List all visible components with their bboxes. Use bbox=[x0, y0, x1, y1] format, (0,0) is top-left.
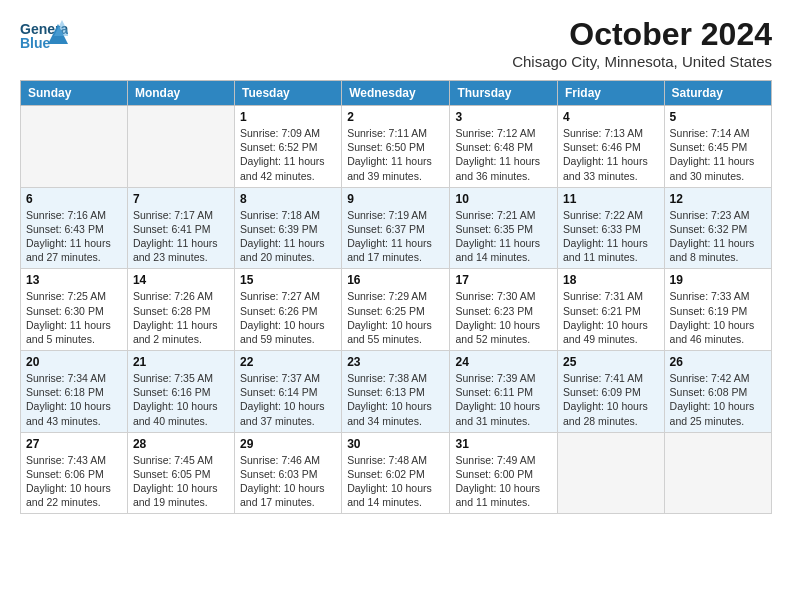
day-number: 7 bbox=[133, 192, 229, 206]
col-monday: Monday bbox=[127, 81, 234, 106]
col-wednesday: Wednesday bbox=[342, 81, 450, 106]
table-row: 5Sunrise: 7:14 AM Sunset: 6:45 PM Daylig… bbox=[664, 106, 771, 188]
day-info: Sunrise: 7:33 AM Sunset: 6:19 PM Dayligh… bbox=[670, 289, 766, 346]
day-info: Sunrise: 7:31 AM Sunset: 6:21 PM Dayligh… bbox=[563, 289, 659, 346]
table-row: 21Sunrise: 7:35 AM Sunset: 6:16 PM Dayli… bbox=[127, 351, 234, 433]
day-info: Sunrise: 7:46 AM Sunset: 6:03 PM Dayligh… bbox=[240, 453, 336, 510]
table-row: 10Sunrise: 7:21 AM Sunset: 6:35 PM Dayli… bbox=[450, 187, 558, 269]
day-info: Sunrise: 7:18 AM Sunset: 6:39 PM Dayligh… bbox=[240, 208, 336, 265]
day-number: 27 bbox=[26, 437, 122, 451]
day-number: 3 bbox=[455, 110, 552, 124]
day-info: Sunrise: 7:38 AM Sunset: 6:13 PM Dayligh… bbox=[347, 371, 444, 428]
day-number: 26 bbox=[670, 355, 766, 369]
day-number: 12 bbox=[670, 192, 766, 206]
day-number: 8 bbox=[240, 192, 336, 206]
day-info: Sunrise: 7:34 AM Sunset: 6:18 PM Dayligh… bbox=[26, 371, 122, 428]
day-info: Sunrise: 7:13 AM Sunset: 6:46 PM Dayligh… bbox=[563, 126, 659, 183]
table-row: 12Sunrise: 7:23 AM Sunset: 6:32 PM Dayli… bbox=[664, 187, 771, 269]
table-row: 31Sunrise: 7:49 AM Sunset: 6:00 PM Dayli… bbox=[450, 432, 558, 514]
subtitle: Chisago City, Minnesota, United States bbox=[512, 53, 772, 70]
table-row: 19Sunrise: 7:33 AM Sunset: 6:19 PM Dayli… bbox=[664, 269, 771, 351]
day-info: Sunrise: 7:16 AM Sunset: 6:43 PM Dayligh… bbox=[26, 208, 122, 265]
calendar-week-row: 20Sunrise: 7:34 AM Sunset: 6:18 PM Dayli… bbox=[21, 351, 772, 433]
day-info: Sunrise: 7:45 AM Sunset: 6:05 PM Dayligh… bbox=[133, 453, 229, 510]
day-info: Sunrise: 7:27 AM Sunset: 6:26 PM Dayligh… bbox=[240, 289, 336, 346]
table-row: 27Sunrise: 7:43 AM Sunset: 6:06 PM Dayli… bbox=[21, 432, 128, 514]
table-row: 6Sunrise: 7:16 AM Sunset: 6:43 PM Daylig… bbox=[21, 187, 128, 269]
table-row: 18Sunrise: 7:31 AM Sunset: 6:21 PM Dayli… bbox=[558, 269, 665, 351]
table-row: 28Sunrise: 7:45 AM Sunset: 6:05 PM Dayli… bbox=[127, 432, 234, 514]
table-row: 24Sunrise: 7:39 AM Sunset: 6:11 PM Dayli… bbox=[450, 351, 558, 433]
day-number: 18 bbox=[563, 273, 659, 287]
calendar-week-row: 1Sunrise: 7:09 AM Sunset: 6:52 PM Daylig… bbox=[21, 106, 772, 188]
day-number: 16 bbox=[347, 273, 444, 287]
page: General Blue October 2024 Chisago City, … bbox=[0, 0, 792, 524]
day-info: Sunrise: 7:11 AM Sunset: 6:50 PM Dayligh… bbox=[347, 126, 444, 183]
table-row: 11Sunrise: 7:22 AM Sunset: 6:33 PM Dayli… bbox=[558, 187, 665, 269]
day-info: Sunrise: 7:35 AM Sunset: 6:16 PM Dayligh… bbox=[133, 371, 229, 428]
header: General Blue October 2024 Chisago City, … bbox=[20, 16, 772, 70]
day-number: 25 bbox=[563, 355, 659, 369]
day-info: Sunrise: 7:37 AM Sunset: 6:14 PM Dayligh… bbox=[240, 371, 336, 428]
day-number: 5 bbox=[670, 110, 766, 124]
day-info: Sunrise: 7:48 AM Sunset: 6:02 PM Dayligh… bbox=[347, 453, 444, 510]
table-row: 17Sunrise: 7:30 AM Sunset: 6:23 PM Dayli… bbox=[450, 269, 558, 351]
logo: General Blue bbox=[20, 16, 68, 60]
day-number: 21 bbox=[133, 355, 229, 369]
table-row: 30Sunrise: 7:48 AM Sunset: 6:02 PM Dayli… bbox=[342, 432, 450, 514]
table-row: 26Sunrise: 7:42 AM Sunset: 6:08 PM Dayli… bbox=[664, 351, 771, 433]
table-row: 16Sunrise: 7:29 AM Sunset: 6:25 PM Dayli… bbox=[342, 269, 450, 351]
calendar-header-row: Sunday Monday Tuesday Wednesday Thursday… bbox=[21, 81, 772, 106]
day-info: Sunrise: 7:21 AM Sunset: 6:35 PM Dayligh… bbox=[455, 208, 552, 265]
day-number: 23 bbox=[347, 355, 444, 369]
day-number: 14 bbox=[133, 273, 229, 287]
title-block: October 2024 Chisago City, Minnesota, Un… bbox=[512, 16, 772, 70]
day-number: 9 bbox=[347, 192, 444, 206]
table-row: 3Sunrise: 7:12 AM Sunset: 6:48 PM Daylig… bbox=[450, 106, 558, 188]
table-row: 22Sunrise: 7:37 AM Sunset: 6:14 PM Dayli… bbox=[234, 351, 341, 433]
day-info: Sunrise: 7:09 AM Sunset: 6:52 PM Dayligh… bbox=[240, 126, 336, 183]
day-number: 31 bbox=[455, 437, 552, 451]
table-row: 14Sunrise: 7:26 AM Sunset: 6:28 PM Dayli… bbox=[127, 269, 234, 351]
col-thursday: Thursday bbox=[450, 81, 558, 106]
calendar-week-row: 13Sunrise: 7:25 AM Sunset: 6:30 PM Dayli… bbox=[21, 269, 772, 351]
day-number: 15 bbox=[240, 273, 336, 287]
day-info: Sunrise: 7:25 AM Sunset: 6:30 PM Dayligh… bbox=[26, 289, 122, 346]
table-row: 29Sunrise: 7:46 AM Sunset: 6:03 PM Dayli… bbox=[234, 432, 341, 514]
day-number: 10 bbox=[455, 192, 552, 206]
day-number: 1 bbox=[240, 110, 336, 124]
day-number: 30 bbox=[347, 437, 444, 451]
table-row: 7Sunrise: 7:17 AM Sunset: 6:41 PM Daylig… bbox=[127, 187, 234, 269]
day-number: 28 bbox=[133, 437, 229, 451]
day-info: Sunrise: 7:23 AM Sunset: 6:32 PM Dayligh… bbox=[670, 208, 766, 265]
svg-text:Blue: Blue bbox=[20, 35, 51, 51]
col-sunday: Sunday bbox=[21, 81, 128, 106]
day-number: 13 bbox=[26, 273, 122, 287]
table-row: 8Sunrise: 7:18 AM Sunset: 6:39 PM Daylig… bbox=[234, 187, 341, 269]
col-saturday: Saturday bbox=[664, 81, 771, 106]
day-number: 20 bbox=[26, 355, 122, 369]
day-number: 17 bbox=[455, 273, 552, 287]
calendar-week-row: 27Sunrise: 7:43 AM Sunset: 6:06 PM Dayli… bbox=[21, 432, 772, 514]
day-number: 29 bbox=[240, 437, 336, 451]
day-info: Sunrise: 7:42 AM Sunset: 6:08 PM Dayligh… bbox=[670, 371, 766, 428]
table-row bbox=[558, 432, 665, 514]
calendar-week-row: 6Sunrise: 7:16 AM Sunset: 6:43 PM Daylig… bbox=[21, 187, 772, 269]
day-number: 24 bbox=[455, 355, 552, 369]
table-row: 23Sunrise: 7:38 AM Sunset: 6:13 PM Dayli… bbox=[342, 351, 450, 433]
day-info: Sunrise: 7:49 AM Sunset: 6:00 PM Dayligh… bbox=[455, 453, 552, 510]
day-info: Sunrise: 7:14 AM Sunset: 6:45 PM Dayligh… bbox=[670, 126, 766, 183]
day-info: Sunrise: 7:29 AM Sunset: 6:25 PM Dayligh… bbox=[347, 289, 444, 346]
col-tuesday: Tuesday bbox=[234, 81, 341, 106]
table-row: 4Sunrise: 7:13 AM Sunset: 6:46 PM Daylig… bbox=[558, 106, 665, 188]
table-row: 9Sunrise: 7:19 AM Sunset: 6:37 PM Daylig… bbox=[342, 187, 450, 269]
day-number: 6 bbox=[26, 192, 122, 206]
table-row bbox=[664, 432, 771, 514]
logo-icon: General Blue bbox=[20, 16, 68, 60]
day-info: Sunrise: 7:17 AM Sunset: 6:41 PM Dayligh… bbox=[133, 208, 229, 265]
day-info: Sunrise: 7:30 AM Sunset: 6:23 PM Dayligh… bbox=[455, 289, 552, 346]
table-row: 15Sunrise: 7:27 AM Sunset: 6:26 PM Dayli… bbox=[234, 269, 341, 351]
table-row: 25Sunrise: 7:41 AM Sunset: 6:09 PM Dayli… bbox=[558, 351, 665, 433]
day-info: Sunrise: 7:22 AM Sunset: 6:33 PM Dayligh… bbox=[563, 208, 659, 265]
day-info: Sunrise: 7:12 AM Sunset: 6:48 PM Dayligh… bbox=[455, 126, 552, 183]
